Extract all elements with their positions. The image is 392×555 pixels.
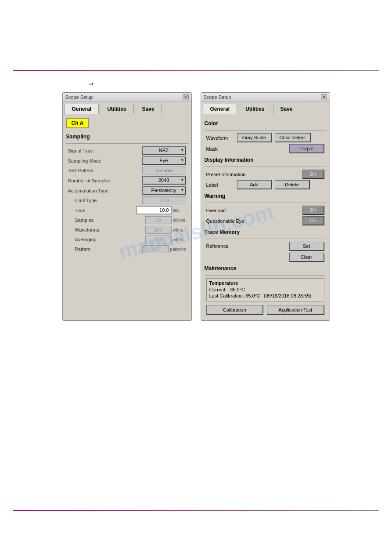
color-divider bbox=[205, 130, 326, 131]
pattern-unit: patterns bbox=[170, 247, 186, 252]
right-panel-content: Color Waveform Gray Scale Color Select M… bbox=[201, 114, 330, 320]
samples-row: Samples 10 million bbox=[66, 216, 188, 224]
sampling-mode-dropdown[interactable]: Eye bbox=[142, 156, 186, 165]
right-scope-panel: Scope Setup ✕ General Utilities Save Col… bbox=[201, 92, 330, 321]
limit-type-value: Time bbox=[142, 196, 186, 204]
display-info-header: Display Information bbox=[205, 157, 326, 164]
maintenance-header: Maintenance bbox=[205, 265, 326, 272]
gray-scale-button[interactable]: Gray Scale bbox=[237, 133, 272, 142]
waveform-color-buttons: Gray Scale Color Select bbox=[237, 133, 324, 142]
signal-type-label: Signal Type bbox=[68, 148, 142, 153]
averaging-unit: wfms bbox=[173, 237, 186, 242]
samples-unit: million bbox=[173, 218, 186, 223]
last-cal-row: Last Calibration: 35.0°C (09/16/2016 08:… bbox=[209, 293, 321, 298]
last-cal-label: Last Calibration: 35.0°C bbox=[209, 293, 260, 298]
mask-color-buttons: Purple bbox=[237, 144, 324, 153]
trace-divider bbox=[205, 239, 326, 239]
left-tab-save[interactable]: Save bbox=[135, 104, 162, 114]
sampling-divider bbox=[66, 143, 188, 144]
waveforms-row: Waveforms 100 wfms bbox=[66, 226, 188, 234]
test-pattern-value: Variable bbox=[142, 167, 186, 174]
temperature-title: Temperature bbox=[209, 280, 321, 286]
set-button[interactable]: Set bbox=[289, 242, 324, 251]
mask-color-row: Mask Purple bbox=[205, 144, 326, 153]
num-samples-dropdown[interactable]: 2048 bbox=[142, 176, 186, 185]
last-cal-date: (09/16/2016 08:28:59) bbox=[264, 293, 311, 298]
ch-a-button[interactable]: Ch A bbox=[66, 118, 89, 128]
temperature-box: Temperature Current: 35.0°C Last Calibra… bbox=[206, 278, 324, 301]
accumulation-type-label: Accumulation Type bbox=[68, 188, 142, 193]
signal-type-dropdown[interactable]: NRZ bbox=[142, 146, 186, 155]
samples-value: 10 bbox=[145, 216, 172, 224]
waveform-color-label: Waveform bbox=[206, 135, 237, 141]
left-tab-general[interactable]: General bbox=[65, 104, 99, 114]
test-pattern-label: Test Pattern bbox=[68, 168, 142, 173]
pattern-label: Pattern bbox=[68, 247, 143, 252]
display-divider bbox=[205, 167, 326, 167]
signal-type-row: Signal Type NRZ bbox=[66, 146, 188, 155]
label-field-label: Label bbox=[206, 182, 237, 188]
time-row: Time sec bbox=[66, 206, 188, 214]
top-line bbox=[13, 70, 379, 71]
overload-label: Overload bbox=[206, 208, 302, 213]
time-label: Time bbox=[68, 208, 137, 213]
right-tab-utilities[interactable]: Utilities bbox=[238, 104, 272, 114]
samples-input-group: 10 million bbox=[145, 216, 186, 224]
trace-memory-header: Trace Memory bbox=[205, 229, 326, 236]
delete-button[interactable]: Delete bbox=[275, 180, 310, 189]
reference-label: Reference bbox=[206, 242, 241, 249]
accumulation-type-dropdown[interactable]: Persistency bbox=[142, 186, 186, 195]
add-button[interactable]: Add bbox=[237, 180, 272, 189]
left-panel-titlebar: Scope Setup ✕ bbox=[63, 93, 191, 102]
waveform-color-row: Waveform Gray Scale Color Select bbox=[205, 133, 326, 142]
pattern-value: 10 bbox=[142, 245, 169, 253]
overload-on-button[interactable]: On bbox=[302, 206, 324, 215]
preset-info-row: Preset Information On bbox=[205, 170, 326, 179]
left-panel-title: Scope Setup bbox=[65, 94, 93, 100]
samples-label: Samples bbox=[68, 218, 145, 223]
maintenance-divider bbox=[205, 275, 326, 276]
right-tab-bar: General Utilities Save bbox=[201, 102, 330, 114]
right-tab-general[interactable]: General bbox=[203, 104, 237, 114]
limit-type-label: Limit Type bbox=[68, 198, 142, 203]
warning-divider bbox=[205, 203, 326, 203]
pattern-input-group: 10 patterns bbox=[142, 245, 186, 253]
questionable-eye-row: Questionable Eye On bbox=[205, 216, 326, 225]
time-unit: sec bbox=[173, 208, 186, 213]
overload-row: Overload On bbox=[205, 206, 326, 215]
reference-buttons: Set Clear bbox=[241, 242, 324, 262]
right-panel-close-button[interactable]: ✕ bbox=[321, 94, 327, 100]
bottom-line bbox=[13, 510, 379, 511]
waveforms-input-group: 100 wfms bbox=[145, 226, 186, 234]
purple-button[interactable]: Purple bbox=[289, 144, 324, 153]
left-tab-utilities[interactable]: Utilities bbox=[100, 104, 133, 114]
test-pattern-row: Test Pattern Variable bbox=[66, 167, 188, 174]
pattern-row: Pattern 10 patterns bbox=[66, 245, 188, 253]
accumulation-type-row: Accumulation Type Persistency bbox=[66, 186, 188, 195]
reference-row: Reference Set Clear bbox=[205, 242, 326, 262]
right-panel-title: Scope Setup bbox=[204, 94, 231, 100]
waveforms-unit: wfms bbox=[173, 228, 186, 232]
waveforms-label: Waveforms bbox=[68, 227, 145, 232]
page-container: manualslib.com ↗ Scope Setup ✕ General U… bbox=[0, 0, 392, 555]
color-select-button[interactable]: Color Select bbox=[275, 133, 311, 142]
right-tab-save[interactable]: Save bbox=[273, 104, 300, 114]
limit-type-row: Limit Type Time bbox=[66, 196, 188, 204]
preset-on-button[interactable]: On bbox=[302, 170, 324, 179]
averaging-value: 10 bbox=[145, 236, 172, 243]
application-test-button[interactable]: Application Test bbox=[267, 305, 324, 315]
time-input[interactable] bbox=[137, 206, 172, 214]
label-buttons: Add Delete bbox=[237, 180, 324, 189]
left-panel-close-button[interactable]: ✕ bbox=[183, 94, 189, 100]
questionable-on-button[interactable]: On bbox=[302, 216, 324, 225]
averaging-input-group: 10 wfms bbox=[145, 236, 186, 243]
calibration-button[interactable]: Calibration bbox=[206, 305, 264, 315]
warning-header: Warning bbox=[205, 193, 326, 200]
num-samples-row: Number of Samples 2048 bbox=[66, 176, 188, 185]
color-header: Color bbox=[205, 120, 326, 127]
clear-button[interactable]: Clear bbox=[289, 253, 324, 262]
sampling-mode-label: Sampling Mode bbox=[68, 158, 142, 163]
left-panel-content: Ch A Sampling Signal Type NRZ Sampling M… bbox=[63, 114, 191, 285]
questionable-eye-label: Questionable Eye bbox=[206, 218, 302, 224]
current-temp-value: 35.0°C bbox=[230, 287, 245, 292]
